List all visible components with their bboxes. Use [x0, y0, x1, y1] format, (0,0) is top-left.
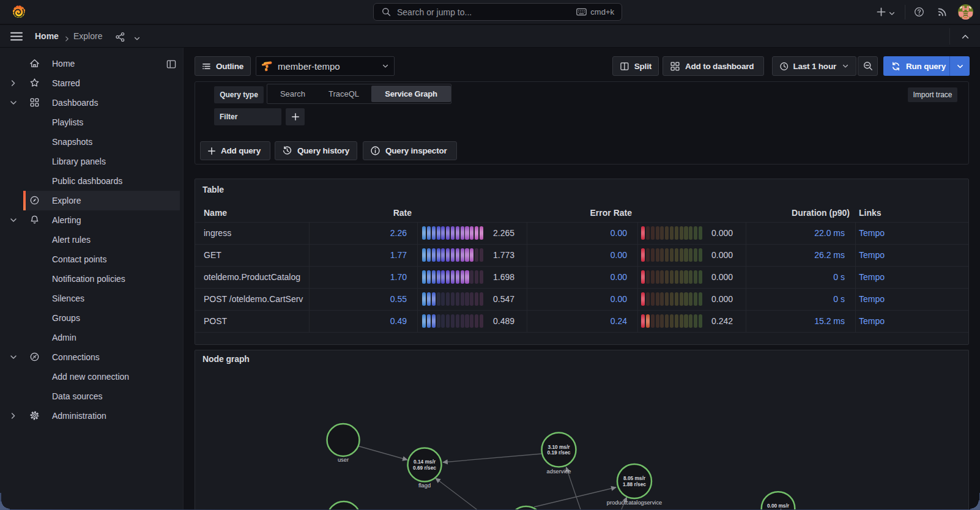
svg-text:3.10 ms/r: 3.10 ms/r — [548, 444, 571, 450]
svg-text:0.00 ms/r: 0.00 ms/r — [767, 503, 790, 509]
svg-text:0.14 ms/r: 0.14 ms/r — [414, 459, 436, 465]
svg-text:8.05 ms/r: 8.05 ms/r — [623, 475, 646, 481]
svg-text:0.69 r/sec: 0.69 r/sec — [413, 465, 436, 471]
svg-text:productcatalogservice: productcatalogservice — [607, 500, 662, 506]
svg-text:user: user — [338, 457, 349, 463]
svg-text:flagd: flagd — [418, 482, 431, 489]
svg-text:adservice: adservice — [547, 468, 571, 475]
svg-text:0.19 r/sec: 0.19 r/sec — [548, 449, 571, 456]
svg-text:1.88 r/sec: 1.88 r/sec — [623, 481, 646, 487]
